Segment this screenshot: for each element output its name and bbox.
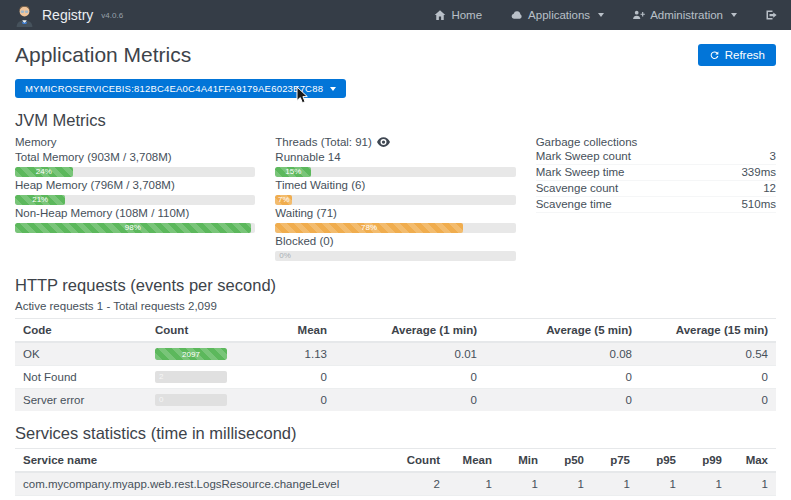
gc-row: Mark Sweep time 339ms [536, 165, 776, 181]
column-header: Max [730, 449, 776, 473]
threads-column: Threads (Total: 91) Runnable 14 15% Time… [275, 135, 515, 263]
column-header: Service name [15, 449, 396, 473]
table-row: Server error 0 0 0 0 0 [15, 389, 776, 412]
nav-item-home[interactable]: Home [434, 9, 482, 21]
service-p50-cell: 143 [546, 496, 592, 500]
gc-row: Scavenge count 12 [536, 181, 776, 197]
memory-metric-label: Non-Heap Memory (108M / 110M) [15, 207, 255, 220]
progress-fill: 78% [275, 223, 462, 233]
http-requests-table: Code Count Mean Average (1 min) Average … [15, 318, 776, 411]
gc-value: 12 [763, 182, 776, 195]
http-avg5-cell: 0.08 [485, 342, 640, 366]
http-code-cell: OK [15, 342, 147, 366]
sign-out-button[interactable] [765, 9, 777, 21]
user-plus-icon [632, 9, 645, 21]
gc-label: Scavenge time [536, 198, 612, 211]
memory-metric-label: Total Memory (903M / 3,708M) [15, 151, 255, 164]
eye-icon[interactable] [377, 137, 390, 147]
column-header: Average (5 min) [485, 319, 640, 343]
http-code-cell: Server error [15, 389, 147, 412]
blocked-progress-bar: 0% [275, 251, 515, 261]
column-header: p99 [684, 449, 730, 473]
http-code-cell: Not Found [15, 366, 147, 389]
http-count-cell: 0 [147, 389, 263, 412]
http-avg15-cell: 0 [640, 366, 776, 389]
nav-item-label: Home [451, 9, 482, 21]
nav-item-administration[interactable]: Administration [632, 9, 737, 21]
memory-column: Memory Total Memory (903M / 3,708M) 24% … [15, 135, 255, 263]
thread-metric-label: Waiting (71) [275, 207, 515, 220]
top-navbar: Registry v4.0.6 Home Applications [0, 0, 791, 30]
http-requests-title: HTTP requests (events per second) [15, 276, 776, 295]
gc-value: 339ms [741, 166, 776, 179]
thread-metric-label: Timed Waiting (6) [275, 179, 515, 192]
column-header: Count [396, 449, 448, 473]
cloud-icon [510, 9, 523, 22]
http-avg15-cell: 0.54 [640, 342, 776, 366]
gc-column: Garbage collections Mark Sweep count 3 M… [536, 135, 776, 263]
service-name-cell: com.mycompany.myapp.web.rest.LogsResourc… [15, 496, 396, 500]
count-progress-bar: 2 [155, 371, 227, 383]
timed-waiting-progress-bar: 7% [275, 195, 515, 205]
instance-selector-label: MYMICROSERVICEBIS:812BC4EA0C4A41FFA9179A… [25, 83, 323, 94]
refresh-label: Refresh [725, 49, 765, 61]
column-header: Count [147, 319, 263, 343]
nav-item-applications[interactable]: Applications [510, 9, 604, 22]
column-header: p95 [638, 449, 684, 473]
instance-selector-dropdown[interactable]: MYMICROSERVICEBIS:812BC4EA0C4A41FFA9179A… [15, 79, 346, 98]
heap-memory-progress-bar: 21% [15, 195, 255, 205]
refresh-button[interactable]: Refresh [698, 44, 776, 66]
gc-row: Scavenge time 510ms [536, 197, 776, 213]
brand[interactable]: Registry v4.0.6 [14, 4, 123, 27]
column-header: Mean [263, 319, 335, 343]
count-progress-bar: 0 [155, 394, 227, 406]
sign-out-icon [765, 9, 777, 21]
column-header: Average (1 min) [335, 319, 485, 343]
progress-fill: 7% [275, 195, 292, 205]
chevron-down-icon [598, 13, 604, 17]
http-avg15-cell: 0 [640, 389, 776, 412]
gc-label: Mark Sweep count [536, 150, 631, 163]
service-min-cell: 1 [500, 472, 546, 496]
service-mean-cell: 147 [448, 496, 500, 500]
gc-label: Mark Sweep time [536, 166, 625, 179]
home-icon [434, 9, 446, 21]
threads-title: Threads (Total: 91) [275, 135, 372, 149]
progress-zero-label: 0% [279, 251, 291, 261]
service-p95-cell: 1 [638, 472, 684, 496]
service-max-cell: 166 [730, 496, 776, 500]
nav-item-label: Administration [650, 9, 723, 21]
service-count-cell: 4 [396, 496, 448, 500]
waiting-progress-bar: 78% [275, 223, 515, 233]
service-p75-cell: 166 [592, 496, 638, 500]
service-p99-cell: 1 [684, 472, 730, 496]
column-header: Mean [448, 449, 500, 473]
count-faint-label: 2 [159, 371, 163, 383]
memory-title: Memory [15, 135, 255, 149]
service-name-cell: com.mycompany.myapp.web.rest.LogsResourc… [15, 472, 396, 496]
http-mean-cell: 0 [263, 389, 335, 412]
http-avg5-cell: 0 [485, 366, 640, 389]
gc-value: 3 [770, 150, 776, 163]
service-p75-cell: 1 [592, 472, 638, 496]
refresh-icon [709, 50, 720, 61]
nav-item-label: Applications [528, 9, 590, 21]
progress-fill: 21% [15, 195, 65, 205]
service-max-cell: 1 [730, 472, 776, 496]
http-table-header-row: Code Count Mean Average (1 min) Average … [15, 319, 776, 343]
brand-name: Registry [42, 7, 93, 23]
service-p95-cell: 166 [638, 496, 684, 500]
service-p99-cell: 166 [684, 496, 730, 500]
http-requests-subtitle: Active requests 1 - Total requests 2,099 [15, 300, 776, 312]
http-avg1-cell: 0 [335, 366, 485, 389]
table-row: OK 2097 1.13 0.01 0.08 0.54 [15, 342, 776, 366]
progress-fill: 24% [15, 167, 73, 177]
service-min-cell: 126 [500, 496, 546, 500]
memory-metric-label: Heap Memory (796M / 3,708M) [15, 179, 255, 192]
services-statistics-table: Service name Count Mean Min p50 p75 p95 … [15, 448, 776, 500]
chevron-down-icon [330, 87, 336, 91]
column-header: Min [500, 449, 546, 473]
chevron-down-icon [731, 13, 737, 17]
gc-row: Mark Sweep count 3 [536, 149, 776, 165]
count-progress-bar: 2097 [155, 348, 227, 360]
